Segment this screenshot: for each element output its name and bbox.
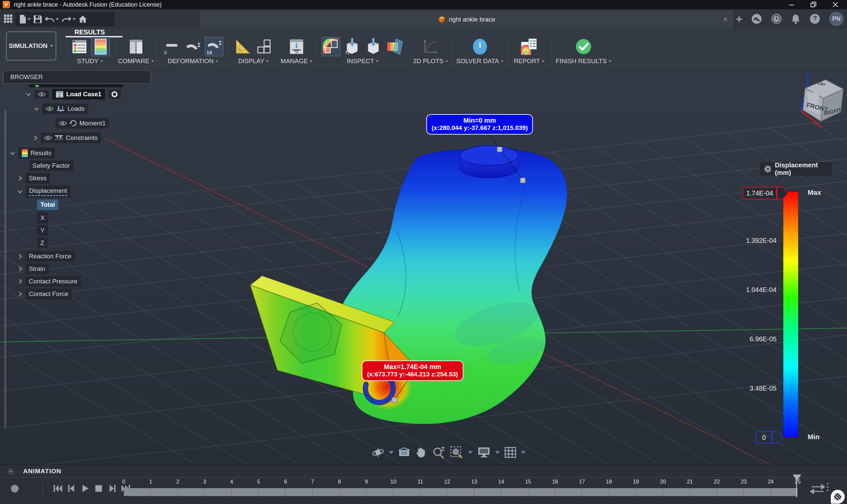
chevron-down-icon[interactable] (17, 190, 22, 194)
deformation-actual-icon[interactable] (184, 37, 202, 56)
save-button[interactable] (33, 15, 42, 23)
browser-panel-header[interactable]: BROWSER (3, 70, 151, 84)
study-details-icon[interactable] (70, 37, 89, 56)
tree-row-loads[interactable]: Loads (34, 104, 88, 114)
look-at-icon[interactable] (398, 447, 411, 458)
home-view-button[interactable] (79, 15, 87, 23)
inspect-result-details-icon[interactable] (322, 37, 340, 56)
inspect-group-label[interactable]: INSPECT (316, 57, 409, 65)
visibility-eye-icon[interactable] (46, 107, 54, 111)
undo-button[interactable] (45, 15, 59, 23)
tree-row-strain[interactable]: Strain (19, 264, 49, 274)
report-icon[interactable] (520, 37, 538, 56)
manage-load-case-icon[interactable] (287, 37, 306, 56)
zoom-icon[interactable] (432, 446, 446, 459)
undo-caret[interactable] (56, 18, 59, 20)
swap-direction-icon[interactable] (810, 484, 825, 495)
collapse-panel-icon[interactable]: − (7, 468, 14, 475)
study-results-view-icon[interactable] (91, 37, 110, 56)
help-icon[interactable]: ? (809, 13, 820, 24)
legend-header[interactable]: Displacement (mm) (760, 162, 832, 176)
tree-row-displacement-total[interactable]: Total (37, 199, 58, 210)
chevron-right-icon[interactable] (19, 266, 22, 271)
finish-results-group-label[interactable]: FINISH RESULTS (552, 57, 615, 65)
view-cube[interactable]: Z FRONT RIGHT TOP (794, 68, 847, 129)
legend-min-pointer[interactable] (772, 431, 784, 444)
deformation-group-label[interactable]: DEFORMATION (158, 57, 228, 65)
visibility-eye-icon[interactable] (34, 90, 49, 98)
active-load-case-radio[interactable] (108, 90, 121, 99)
chevron-right-icon[interactable] (19, 254, 22, 259)
solver-data-group-label[interactable]: SOLVER DATA (451, 57, 508, 65)
record-button[interactable] (11, 485, 19, 492)
chevron-right-icon[interactable] (19, 279, 22, 284)
compare-group-label[interactable]: COMPARE (118, 57, 154, 65)
solver-data-icon[interactable]: i (471, 37, 489, 56)
app-grid-icon[interactable] (4, 15, 13, 23)
display-settings-icon[interactable] (477, 446, 491, 459)
inspect-slice-plane-icon[interactable] (385, 37, 404, 56)
document-tab-close-icon[interactable]: × (723, 15, 727, 24)
redo-caret[interactable] (72, 18, 76, 20)
timeline-playhead-stem[interactable] (796, 480, 797, 498)
new-document-button[interactable]: + (736, 13, 742, 24)
tree-row-safety-factor[interactable]: Safety Factor (29, 160, 73, 171)
notifications-bell-icon[interactable] (791, 14, 801, 24)
2d-plots-group-label[interactable]: 2D PLOTS (411, 57, 450, 65)
timeline-track[interactable] (124, 488, 798, 496)
orbit-icon[interactable] (371, 447, 385, 458)
report-group-label[interactable]: REPORT (510, 57, 549, 65)
2d-plots-icon[interactable] (421, 37, 440, 56)
extensions-icon[interactable] (751, 13, 762, 24)
model-viewport[interactable]: Min=0 mm (x:280.044 y:-37.667 z:1,015.03… (0, 70, 847, 465)
max-displacement-annotation[interactable]: Max=1.74E-04 mm (x:673.773 y:-464.213 z:… (362, 360, 463, 381)
display-group-label[interactable]: DISPLAY (230, 57, 277, 65)
deformation-scaled-icon[interactable]: 1X (205, 37, 223, 56)
timeline-playhead[interactable] (792, 474, 802, 481)
chevron-down-icon[interactable] (34, 107, 39, 111)
chevron-right-icon[interactable] (19, 291, 22, 296)
stop-button[interactable] (94, 484, 104, 493)
tree-row-displacement-x[interactable]: X (37, 213, 48, 223)
user-avatar[interactable]: PN (829, 12, 844, 26)
grid-settings-icon[interactable] (504, 447, 517, 458)
inspect-probe-xyz-icon[interactable]: xyz (343, 37, 361, 56)
manage-group-label[interactable]: MANAGE (278, 57, 315, 65)
skip-to-start-button[interactable] (53, 484, 63, 493)
deformation-undeformed-icon[interactable]: 0 (162, 37, 181, 56)
display-mesh-icon[interactable] (234, 37, 252, 56)
display-borders-icon[interactable] (255, 37, 273, 56)
chevron-right-icon[interactable] (34, 135, 37, 141)
visibility-eye-icon[interactable] (59, 121, 67, 126)
tree-row-moment[interactable]: Moment1 (56, 118, 109, 129)
tree-row-constraints[interactable]: Constraints (34, 132, 101, 143)
display-settings-dropdown-caret[interactable] (495, 451, 500, 454)
tree-row-reaction-force[interactable]: Reaction Force (19, 251, 75, 262)
finish-results-icon[interactable] (574, 37, 593, 56)
zoom-window-dropdown-caret[interactable] (468, 451, 473, 454)
tree-row-contact-force[interactable]: Contact Force (19, 289, 71, 299)
close-button[interactable] (832, 2, 839, 7)
feedback-bubble-icon[interactable] (831, 490, 845, 504)
tree-row-displacement-y[interactable]: Y (37, 225, 48, 236)
legend-max-value[interactable]: 1.74E-04 (742, 187, 777, 199)
visibility-eye-icon[interactable] (44, 136, 52, 140)
minimize-button[interactable] (789, 2, 795, 7)
step-forward-button[interactable] (107, 484, 117, 493)
workspace-selector-button[interactable]: SIMULATION (6, 32, 56, 60)
orbit-dropdown-caret[interactable] (389, 451, 394, 454)
grid-settings-dropdown-caret[interactable] (521, 451, 525, 454)
step-back-button[interactable] (67, 484, 76, 493)
tree-row-load-case[interactable]: Load Case1 (26, 89, 121, 100)
legend-settings-gear-icon[interactable] (764, 165, 771, 173)
document-tab[interactable]: right ankle brace × (200, 11, 733, 28)
compare-icon[interactable] (127, 37, 145, 56)
min-displacement-annotation[interactable]: Min=0 mm (x:280.044 y:-37.667 z:1,015.03… (426, 114, 533, 134)
chevron-down-icon[interactable] (26, 93, 31, 96)
tree-row-displacement-z[interactable]: Z (37, 238, 48, 248)
tab-results[interactable]: RESULTS (74, 29, 105, 36)
study-group-label[interactable]: STUDY (66, 57, 115, 65)
legend-min-value[interactable]: 0 (756, 431, 772, 444)
more-options-icon[interactable] (827, 483, 828, 491)
file-menu-button[interactable] (19, 15, 31, 24)
